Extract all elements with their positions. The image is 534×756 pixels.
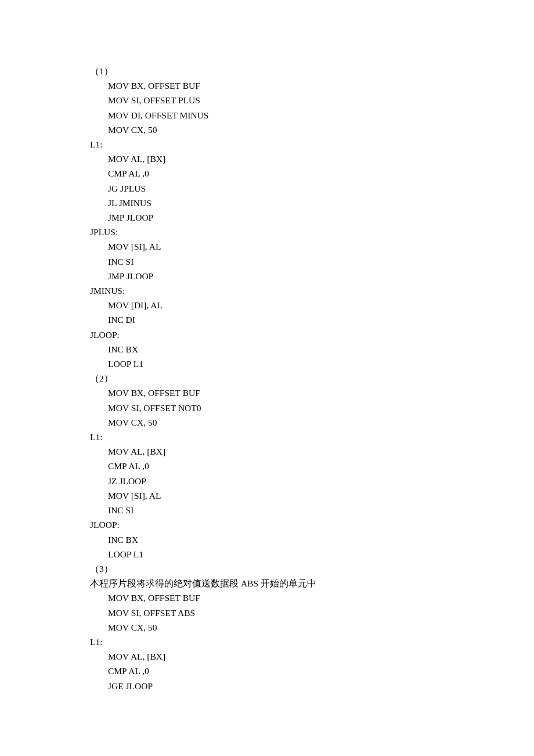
document-page: （1） MOV BX, OFFSET BUF MOV SI, OFFSET PL… — [0, 0, 534, 756]
code-line: MOV CX, 50 — [90, 620, 444, 635]
code-line: JL JMINUS — [90, 196, 444, 210]
code-line: MOV BX, OFFSET BUF — [90, 591, 444, 605]
code-line: L1: — [90, 137, 444, 152]
code-line: LOOP L1 — [90, 547, 444, 561]
code-line: （1） — [90, 64, 444, 78]
code-line: CMP AL ,0 — [90, 664, 444, 678]
code-line: INC SI — [90, 503, 444, 517]
code-line: LOOP L1 — [90, 357, 444, 371]
code-line: L1: — [90, 430, 444, 444]
code-line: MOV BX, OFFSET BUF — [90, 386, 444, 400]
code-line: JLOOP: — [90, 517, 444, 532]
code-line: MOV SI, OFFSET ABS — [90, 606, 444, 620]
code-line: MOV BX, OFFSET BUF — [90, 78, 444, 93]
code-line: （3） — [90, 561, 444, 576]
code-line: MOV CX, 50 — [90, 123, 444, 137]
code-line: CMP AL ,0 — [90, 166, 444, 181]
code-line: MOV CX, 50 — [90, 415, 444, 430]
code-line: MOV SI, OFFSET NOT0 — [90, 401, 444, 415]
code-line: （2） — [90, 371, 444, 386]
code-line: JGE JLOOP — [90, 679, 444, 693]
code-line: MOV DI, OFFSET MINUS — [90, 108, 444, 123]
code-line: JMP JLOOP — [90, 210, 444, 225]
code-line: 本程序片段将求得的绝对值送数据段 ABS 开始的单元中 — [90, 576, 444, 591]
code-line: MOV [SI], AL — [90, 488, 444, 503]
code-line: JZ JLOOP — [90, 474, 444, 488]
code-line: CMP AL ,0 — [90, 459, 444, 473]
code-line: MOV AL, [BX] — [90, 152, 444, 166]
code-line: MOV SI, OFFSET PLUS — [90, 93, 444, 107]
code-line: INC BX — [90, 532, 444, 547]
code-line: JMINUS: — [90, 283, 444, 298]
code-listing: （1） MOV BX, OFFSET BUF MOV SI, OFFSET PL… — [90, 64, 444, 693]
code-line: MOV AL, [BX] — [90, 444, 444, 459]
code-line: JPLUS: — [90, 225, 444, 239]
code-line: JLOOP: — [90, 327, 444, 342]
code-line: L1: — [90, 635, 444, 649]
code-line: MOV [DI], AL — [90, 298, 444, 312]
code-line: JG JPLUS — [90, 181, 444, 196]
code-line: INC BX — [90, 342, 444, 357]
code-line: MOV [SI], AL — [90, 239, 444, 254]
code-line: MOV AL, [BX] — [90, 649, 444, 664]
code-line: INC SI — [90, 254, 444, 269]
code-line: JMP JLOOP — [90, 269, 444, 283]
code-line: INC DI — [90, 312, 444, 327]
